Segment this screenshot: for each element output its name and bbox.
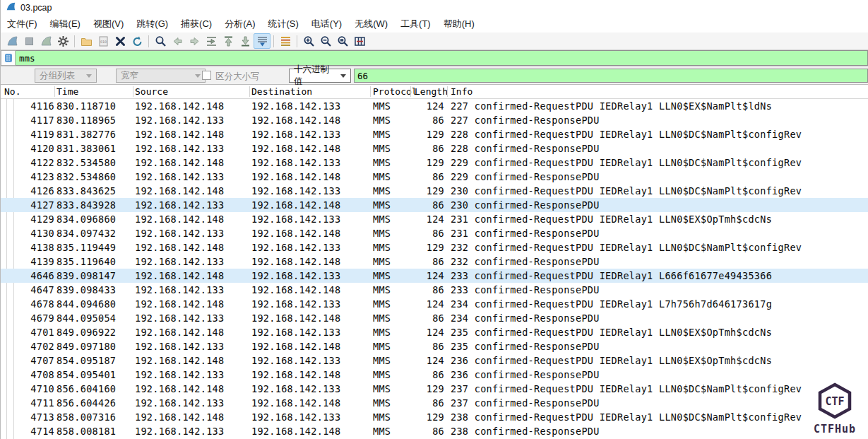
column-divider[interactable] — [249, 86, 250, 97]
packet-row-4708[interactable]: 4708854.095401192.168.142.133192.168.142… — [1, 368, 868, 382]
packet-row-4126[interactable]: 4126833.843625192.168.142.148192.168.142… — [1, 184, 868, 198]
column-divider[interactable] — [447, 86, 448, 97]
restart-capture-icon[interactable] — [37, 33, 54, 49]
go-back-icon[interactable] — [169, 33, 186, 49]
zoom-out-icon[interactable] — [317, 33, 334, 49]
column-header-source[interactable]: Source — [135, 85, 168, 98]
col-no: 4123 — [13, 170, 54, 184]
go-forward-icon[interactable] — [186, 33, 203, 49]
menu-item-w[interactable]: 无线(W) — [348, 16, 394, 33]
col-info: 229 confirmed-RequestPDU IEDRelay1 LLN0$… — [451, 156, 802, 170]
menu-item-g[interactable]: 跳转(G) — [130, 16, 174, 33]
go-last-icon[interactable] — [237, 33, 254, 49]
packet-row-4710[interactable]: 4710856.604160192.168.142.148192.168.142… — [1, 382, 868, 396]
menu-item-c[interactable]: 捕获(C) — [174, 16, 218, 33]
shark-fin-capture-icon[interactable] — [4, 33, 20, 49]
packet-row-4678[interactable]: 4678844.094680192.168.142.148192.168.142… — [1, 297, 868, 311]
go-to-packet-icon[interactable] — [203, 33, 220, 49]
case-sensitive-checkbox[interactable] — [202, 71, 211, 80]
packet-row-4139[interactable]: 4139835.119640192.168.142.133192.168.142… — [1, 254, 868, 269]
menu-item-f[interactable]: 文件(F) — [1, 16, 44, 33]
zoom-in-icon[interactable] — [300, 33, 317, 49]
search-scope-select[interactable]: 分组列表 — [35, 69, 97, 83]
packet-row-4122[interactable]: 4122832.534580192.168.142.148192.168.142… — [1, 156, 868, 170]
search-value-input[interactable]: 66 — [354, 69, 868, 83]
packet-row-4123[interactable]: 4123832.534860192.168.142.133192.168.142… — [1, 170, 868, 184]
col-info: 227 confirmed-RequestPDU IEDRelay1 LLN0$… — [451, 99, 772, 113]
packet-row-4119[interactable]: 4119831.382776192.168.142.148192.168.142… — [1, 127, 868, 141]
column-divider[interactable] — [370, 86, 371, 97]
column-header-length[interactable]: Length — [415, 85, 448, 98]
find-packet-icon[interactable] — [152, 33, 169, 49]
col-dst: 192.168.142.133 — [251, 325, 340, 339]
packet-row-4702[interactable]: 4702849.097180192.168.142.133192.168.142… — [1, 339, 868, 353]
col-no: 4708 — [13, 368, 54, 382]
col-proto: MMS — [373, 240, 391, 254]
search-type-select[interactable]: 十六进制值 — [289, 69, 351, 83]
col-dst: 192.168.142.133 — [251, 99, 340, 113]
save-file-icon[interactable]: 010 — [95, 33, 112, 49]
menu-item-e[interactable]: 编辑(E) — [44, 16, 87, 33]
packet-row-4646[interactable]: 4646839.098147192.168.142.148192.168.142… — [1, 269, 868, 283]
packet-row-4116[interactable]: 4116830.118710192.168.142.148192.168.142… — [1, 99, 868, 113]
display-filter-input[interactable]: mms — [16, 50, 868, 66]
filter-bookmark-icon[interactable] — [1, 50, 16, 66]
packet-row-4120[interactable]: 4120831.383061192.168.142.133192.168.142… — [1, 141, 868, 156]
column-divider[interactable] — [133, 86, 133, 97]
colorize-icon[interactable] — [277, 33, 294, 49]
column-header-destination[interactable]: Destination — [251, 85, 312, 98]
zoom-reset-icon[interactable] — [334, 33, 351, 49]
col-no: 4130 — [13, 226, 54, 240]
col-len: 86 — [402, 424, 444, 438]
col-info: 232 confirmed-RequestPDU IEDRelay1 LLN0$… — [451, 240, 802, 254]
menu-item-y[interactable]: 电话(Y) — [305, 16, 348, 33]
column-divider[interactable] — [410, 86, 411, 97]
auto-scroll-icon[interactable] — [254, 33, 270, 49]
display-filter-value: mms — [19, 53, 35, 64]
col-time: 832.534580 — [57, 156, 116, 170]
col-info: 233 confirmed-ResponsePDU — [451, 283, 600, 297]
col-dst: 192.168.142.148 — [251, 141, 340, 156]
stop-capture-icon[interactable] — [20, 33, 37, 49]
col-src: 192.168.142.133 — [135, 226, 224, 240]
packet-row-4130[interactable]: 4130834.097432192.168.142.133192.168.142… — [1, 226, 868, 240]
column-header-time[interactable]: Time — [57, 85, 78, 98]
packet-row-4647[interactable]: 4647839.098433192.168.142.133192.168.142… — [1, 283, 868, 297]
packet-list: 4116830.118710192.168.142.148192.168.142… — [1, 99, 868, 439]
col-proto: MMS — [373, 410, 391, 424]
packet-row-4707[interactable]: 4707854.095187192.168.142.148192.168.142… — [1, 353, 868, 368]
capture-options-icon[interactable] — [54, 33, 71, 49]
packet-row-4713[interactable]: 4713858.007316192.168.142.148192.168.142… — [1, 410, 868, 424]
col-len: 129 — [402, 410, 444, 424]
col-src: 192.168.142.148 — [135, 297, 224, 311]
reload-file-icon[interactable] — [129, 33, 145, 49]
packet-row-4679[interactable]: 4679844.095054192.168.142.133192.168.142… — [1, 311, 868, 325]
resize-columns-icon[interactable] — [351, 33, 368, 49]
column-divider[interactable] — [54, 86, 55, 97]
menu-item-t[interactable]: 工具(T) — [394, 16, 437, 33]
search-width-select[interactable]: 宽窄 — [116, 69, 206, 83]
packet-row-4127[interactable]: 4127833.843928192.168.142.133192.168.142… — [1, 198, 868, 212]
column-header-info[interactable]: Info — [451, 85, 472, 98]
packet-row-4129[interactable]: 4129834.096860192.168.142.148192.168.142… — [1, 212, 868, 226]
open-file-icon[interactable] — [78, 33, 95, 49]
packet-row-4138[interactable]: 4138835.119449192.168.142.148192.168.142… — [1, 240, 868, 254]
column-header-no[interactable]: No. — [4, 85, 20, 98]
packet-row-4701[interactable]: 4701849.096922192.168.142.148192.168.142… — [1, 325, 868, 339]
packet-row-4711[interactable]: 4711856.604426192.168.142.133192.168.142… — [1, 396, 868, 410]
menu-item-v[interactable]: 视图(V) — [87, 16, 130, 33]
col-proto: MMS — [373, 311, 391, 325]
col-no: 4126 — [13, 184, 54, 198]
col-time: 844.095054 — [57, 311, 116, 325]
close-file-icon[interactable] — [112, 33, 129, 49]
packet-row-4117[interactable]: 4117830.118965192.168.142.133192.168.142… — [1, 113, 868, 127]
menu-item-a[interactable]: 分析(A) — [218, 16, 261, 33]
col-dst: 192.168.142.148 — [251, 368, 340, 382]
menu-item-h[interactable]: 帮助(H) — [437, 16, 481, 33]
go-first-icon[interactable] — [220, 33, 237, 49]
col-src: 192.168.142.133 — [135, 368, 224, 382]
menu-item-s[interactable]: 统计(S) — [261, 16, 304, 33]
packet-row-4714[interactable]: 4714858.008181192.168.142.133192.168.142… — [1, 424, 868, 438]
col-proto: MMS — [373, 424, 391, 438]
col-src: 192.168.142.133 — [135, 396, 224, 410]
